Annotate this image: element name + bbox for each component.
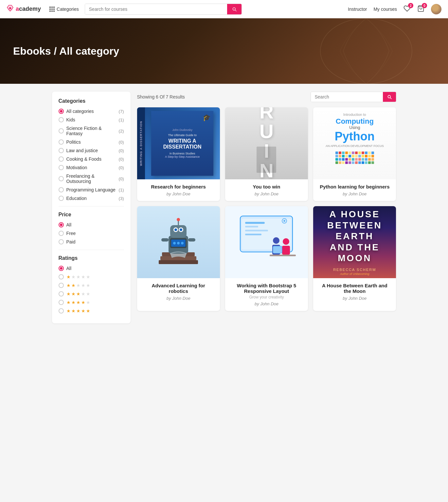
category-item[interactable]: Freelancing & Outsourcing (0) xyxy=(59,173,124,184)
book-cover xyxy=(225,206,308,278)
book-author: by John Doe xyxy=(230,191,303,196)
logo-icon xyxy=(7,5,14,14)
price-item[interactable]: All xyxy=(59,222,124,227)
filled-star: ★ xyxy=(81,300,85,305)
category-item[interactable]: Politics (0) xyxy=(59,139,124,145)
svg-point-30 xyxy=(273,237,279,244)
instructor-link[interactable]: Instructor xyxy=(348,7,367,12)
filled-star: ★ xyxy=(66,274,71,279)
book-author: by John Doe xyxy=(318,191,391,196)
book-title: Advanced Learning for robotics xyxy=(142,283,215,294)
content-search-input[interactable] xyxy=(311,92,383,102)
category-item[interactable]: Science Fiction & Fantasy (2) xyxy=(59,126,124,136)
category-radio xyxy=(59,117,64,122)
category-left: Politics xyxy=(59,139,81,145)
category-left: Science Fiction & Fantasy xyxy=(59,126,119,136)
wishlist-icon-wrap[interactable]: 2 xyxy=(403,5,411,13)
price-item[interactable]: Free xyxy=(59,231,124,236)
book-info: Advanced Learning for robotics by John D… xyxy=(137,278,220,305)
category-left: Kids xyxy=(59,117,75,122)
svg-rect-33 xyxy=(282,246,290,255)
filled-star: ★ xyxy=(66,300,71,305)
category-count: (3) xyxy=(119,196,124,201)
filled-star: ★ xyxy=(81,308,85,314)
sidebar: Categories All categories (7) Kids (1) S… xyxy=(52,92,131,323)
category-radio xyxy=(59,176,64,181)
search-button[interactable] xyxy=(227,4,242,14)
book-card[interactable]: Introduction to Computing Using Python A… xyxy=(313,107,396,201)
category-label: Science Fiction & Fantasy xyxy=(66,126,119,136)
books-grid: WRITING A DISSERTATION John Dudovsky The… xyxy=(137,107,396,311)
empty-star: ★ xyxy=(71,274,76,279)
category-item[interactable]: Law and justice (0) xyxy=(59,148,124,153)
filled-star: ★ xyxy=(71,308,76,314)
category-radio xyxy=(59,165,64,170)
category-left: Cooking & Foods xyxy=(59,156,101,162)
rating-item[interactable]: ★★★★★ xyxy=(59,274,124,279)
price-list: All Free Paid xyxy=(59,222,124,244)
svg-rect-34 xyxy=(270,255,296,256)
category-left: Programming Language xyxy=(59,187,116,192)
logo[interactable]: academy xyxy=(7,5,41,14)
category-count: (0) xyxy=(119,157,124,162)
book-info: Working with Bootstrap 5 Responsive Layo… xyxy=(225,278,308,311)
category-label: Politics xyxy=(66,139,81,145)
category-label: Motivation xyxy=(66,165,87,170)
book-cover: LOVE HOW TO RUINS xyxy=(225,107,308,179)
filled-star: ★ xyxy=(86,308,90,314)
book-info: A House Between Earth and the Moon by Jo… xyxy=(313,278,396,305)
avatar[interactable] xyxy=(431,4,441,14)
category-item[interactable]: Cooking & Foods (0) xyxy=(59,156,124,162)
cart-icon-wrap[interactable]: 0 xyxy=(417,5,424,13)
book-card[interactable]: Working with Bootstrap 5 Responsive Layo… xyxy=(225,206,308,311)
price-item[interactable]: Paid xyxy=(59,239,124,244)
category-label: Education xyxy=(66,196,87,201)
rating-item[interactable]: ★★★★★ xyxy=(59,308,124,314)
stars: ★★★★★ xyxy=(66,308,90,314)
search-input[interactable] xyxy=(85,4,227,14)
category-count: (1) xyxy=(119,188,124,192)
categories-label: Categories xyxy=(57,7,79,12)
book-card[interactable]: LOVE HOW TO RUINS You too win by John Do… xyxy=(225,107,308,201)
book-title: You too win xyxy=(230,184,303,189)
hero-title: Ebooks / All category xyxy=(13,45,119,57)
category-item[interactable]: Education (3) xyxy=(59,196,124,201)
category-radio xyxy=(59,128,64,134)
my-courses-link[interactable]: My courses xyxy=(373,7,397,12)
book-card[interactable]: WRITING A DISSERTATION John Dudovsky The… xyxy=(137,107,220,201)
category-count: (0) xyxy=(119,140,124,145)
book-cover: WRITING A DISSERTATION John Dudovsky The… xyxy=(137,107,220,179)
category-item[interactable]: Kids (1) xyxy=(59,117,124,122)
rating-item[interactable]: ★★★★★ xyxy=(59,283,124,288)
category-item[interactable]: Motivation (0) xyxy=(59,165,124,170)
svg-rect-35 xyxy=(273,246,282,253)
rating-radio xyxy=(59,291,64,296)
rating-radio xyxy=(59,308,64,314)
content-search-button[interactable] xyxy=(383,92,396,102)
book-title: Research for beginners xyxy=(142,184,215,189)
category-left: Motivation xyxy=(59,165,87,170)
logo-text: academy xyxy=(16,6,41,12)
book-title: Python learning for beginners xyxy=(318,184,391,189)
rating-item[interactable]: ★★★★★ xyxy=(59,291,124,296)
book-author: by John Doe xyxy=(142,191,215,196)
rating-item[interactable]: ★★★★★ xyxy=(59,300,124,305)
book-info: Research for beginners by John Doe xyxy=(137,179,220,201)
nav-categories[interactable]: Categories xyxy=(46,7,82,12)
category-item[interactable]: All categories (7) xyxy=(59,109,124,114)
empty-star: ★ xyxy=(86,274,90,279)
bootstrap-svg xyxy=(234,209,299,275)
svg-point-9 xyxy=(173,242,176,244)
category-item[interactable]: Programming Language (1) xyxy=(59,187,124,192)
stars: ★★★★★ xyxy=(66,291,90,296)
book-card[interactable]: Advanced Learning for robotics by John D… xyxy=(137,206,220,311)
content-search-bar xyxy=(311,92,396,102)
svg-point-0 xyxy=(9,7,11,9)
category-left: Law and justice xyxy=(59,148,98,153)
filled-star: ★ xyxy=(71,300,76,305)
book-card[interactable]: A HOUSEBETWEENEARTHAND THEMOON REBECCA S… xyxy=(313,206,396,311)
svg-point-10 xyxy=(177,242,180,244)
main-layout: Categories All categories (7) Kids (1) S… xyxy=(44,84,404,331)
rating-item[interactable]: All xyxy=(59,266,124,271)
price-radio xyxy=(59,222,64,227)
